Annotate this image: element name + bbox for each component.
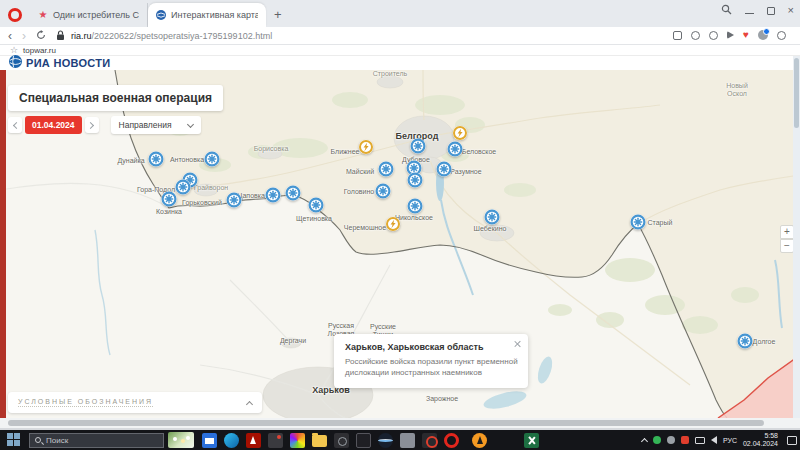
opera-menu-icon[interactable]: [8, 8, 22, 22]
vertical-scrollbar[interactable]: [793, 56, 800, 418]
news-widget[interactable]: [168, 432, 194, 448]
ria-logo-icon[interactable]: [9, 54, 22, 72]
site-header: РИА НОВОСТИ: [0, 56, 800, 70]
network-icon[interactable]: [695, 437, 705, 444]
browser-tab-1[interactable]: ★ Один истребитель Су-27: [30, 3, 148, 27]
favorites-heart-icon[interactable]: ♥: [743, 30, 749, 40]
date-navigation: 01.04.2024 Направления: [8, 116, 201, 134]
strike-marker[interactable]: [148, 151, 165, 172]
close-button[interactable]: ×: [788, 5, 794, 16]
map-zoom-in-button[interactable]: +: [780, 225, 794, 239]
restore-button[interactable]: [767, 7, 775, 15]
tab-title: Интерактивная карта сп: [171, 10, 258, 20]
horizontal-scrollbar[interactable]: [0, 418, 800, 428]
strike-marker[interactable]: [375, 183, 392, 204]
avast-app-icon[interactable]: [472, 433, 487, 448]
shelling-marker[interactable]: [452, 125, 468, 145]
steam-app-icon[interactable]: [378, 433, 393, 448]
lock-icon[interactable]: [56, 27, 65, 45]
legend-panel[interactable]: УСЛОВНЫЕ ОБОЗНАЧЕНИЯ: [8, 392, 262, 413]
new-tab-button[interactable]: +: [274, 7, 282, 22]
strike-marker[interactable]: [204, 151, 221, 172]
vertical-scrollbar-thumb[interactable]: [794, 58, 799, 128]
toolbar-extensions: ♥: [673, 30, 786, 40]
excel-app-icon[interactable]: [524, 433, 539, 448]
app-icon[interactable]: [268, 433, 283, 448]
strike-marker[interactable]: [308, 197, 325, 218]
tray-date: 02.04.2024: [743, 440, 778, 447]
horizontal-scrollbar-thumb[interactable]: [8, 420, 764, 426]
tooltip-body: Российские войска поразили пункт временн…: [345, 357, 519, 379]
site-brand[interactable]: РИА НОВОСТИ: [26, 57, 111, 69]
map-zoom-out-button[interactable]: −: [780, 239, 794, 253]
directions-dropdown[interactable]: Направления: [111, 116, 201, 134]
edge-app-icon[interactable]: [224, 433, 239, 448]
clock[interactable]: 5:58 02.04.2024: [743, 432, 778, 448]
notification-center-icon[interactable]: [787, 436, 797, 445]
adobe-app-icon[interactable]: [246, 433, 261, 448]
tray-green-icon[interactable]: [653, 436, 661, 444]
tab-search-icon[interactable]: [721, 4, 732, 17]
tray-grey-icon[interactable]: [667, 436, 675, 444]
bookmark-item[interactable]: topwar.ru: [23, 46, 56, 55]
taskbar-search[interactable]: Поиск: [29, 433, 164, 448]
start-button[interactable]: [7, 433, 21, 447]
strike-marker[interactable]: [161, 191, 178, 212]
camera-app-icon[interactable]: [334, 433, 349, 448]
play-extension-icon[interactable]: [727, 31, 734, 39]
browser-tab-2-active[interactable]: Интерактивная карта сп: [148, 3, 266, 27]
extension-icon[interactable]: [709, 31, 718, 40]
strike-marker[interactable]: [407, 198, 424, 219]
tray-time: 5:58: [764, 432, 778, 439]
tray-red-icon[interactable]: [681, 436, 689, 444]
bookmarks-bar: ☆ topwar.ru: [0, 45, 800, 56]
tray-chevron-up-icon[interactable]: [641, 437, 648, 444]
map-title: Специальная военная операция: [8, 85, 223, 111]
mail-app-icon[interactable]: [202, 433, 217, 448]
extension-icon[interactable]: [777, 31, 786, 40]
strike-marker[interactable]: [737, 333, 754, 354]
chevron-right-icon: [87, 121, 94, 128]
directions-dropdown-label: Направления: [119, 120, 172, 130]
strike-marker[interactable]: [410, 138, 427, 159]
tv-app-icon[interactable]: [356, 433, 371, 448]
screen: ★ Один истребитель Су-27 Интерактивная к…: [0, 0, 800, 450]
url-text[interactable]: ria.ru/20220622/spetsoperatsiya-17951991…: [71, 31, 272, 41]
date-badge[interactable]: 01.04.2024: [25, 116, 82, 134]
strike-marker[interactable]: [378, 161, 395, 182]
strike-marker[interactable]: [436, 161, 453, 182]
strike-marker[interactable]: [285, 185, 302, 206]
extension-icon[interactable]: [691, 31, 700, 40]
profile-icon[interactable]: [758, 30, 768, 40]
reload-icon[interactable]: [36, 30, 46, 42]
back-icon[interactable]: ‹: [8, 30, 12, 42]
next-date-button[interactable]: [85, 117, 99, 133]
globe-favicon-icon: [156, 10, 166, 20]
search-placeholder: Поиск: [46, 436, 68, 445]
system-tray: РУС 5:58 02.04.2024: [642, 430, 797, 450]
strike-marker[interactable]: [407, 172, 424, 193]
tooltip-close-icon[interactable]: [513, 340, 521, 348]
opera-app-icon[interactable]: [444, 433, 459, 448]
forward-icon[interactable]: ›: [22, 30, 26, 42]
photos-app-icon[interactable]: [290, 433, 305, 448]
language-indicator[interactable]: РУС: [723, 437, 737, 444]
shelling-marker[interactable]: [385, 216, 401, 236]
tab-title: Один истребитель Су-27: [53, 10, 139, 20]
prev-date-button[interactable]: [8, 117, 22, 133]
tooltip-title: Харьков, Харьковская область: [345, 342, 519, 352]
strike-marker[interactable]: [226, 192, 243, 213]
shelling-marker[interactable]: [358, 139, 374, 159]
strike-marker[interactable]: [630, 214, 647, 235]
explorer-app-icon[interactable]: [312, 435, 327, 447]
chevron-left-icon: [12, 121, 19, 128]
map-canvas[interactable]: ДунайкаАнтоновкаГора-ПодолКозинкаГорьков…: [0, 70, 800, 418]
taskbar-icons: [202, 433, 539, 448]
strike-marker[interactable]: [265, 187, 282, 208]
volume-icon[interactable]: [711, 436, 717, 444]
recorder-app-icon[interactable]: [422, 433, 437, 448]
app-icon[interactable]: [400, 433, 415, 448]
minimize-button[interactable]: [745, 8, 754, 14]
strike-marker[interactable]: [484, 209, 501, 230]
extension-icon[interactable]: [673, 31, 682, 40]
